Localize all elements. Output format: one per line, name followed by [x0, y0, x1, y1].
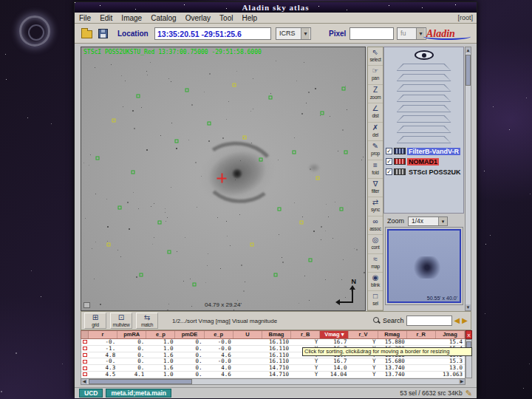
plane-checkbox[interactable]: ✓ — [386, 148, 392, 154]
column-header-r[interactable]: r — [89, 331, 117, 338]
tool-sync-button[interactable]: ⇄sync — [368, 197, 383, 216]
column-header-e_p[interactable]: e_p — [205, 331, 233, 338]
plane-checkbox[interactable]: ✓ — [386, 158, 392, 165]
catalog-source-marker[interactable] — [131, 171, 134, 174]
row-select-box[interactable] — [81, 358, 89, 364]
save-icon[interactable] — [98, 29, 108, 38]
tool-blink-button[interactable]: ◉blink — [368, 273, 383, 291]
hscroll-thumb[interactable] — [89, 379, 192, 384]
location-input[interactable] — [154, 27, 271, 40]
catalog-source-marker[interactable] — [259, 158, 262, 162]
stack-scrollbar[interactable]: ▲ ▼ — [465, 47, 471, 311]
row-select-box[interactable] — [81, 346, 89, 352]
tool-del-button[interactable]: ✗del — [368, 123, 383, 141]
catalog-source-marker[interactable] — [232, 83, 236, 86]
menu-edit[interactable]: Edit — [95, 14, 117, 22]
menu-tool[interactable]: Tool — [215, 14, 237, 22]
catalog-source-marker[interactable] — [112, 119, 115, 123]
tool-cont-button[interactable]: ◎cont — [368, 235, 383, 253]
catalog-source-marker[interactable] — [140, 273, 143, 277]
scroll-left-icon[interactable]: ◀ — [81, 379, 87, 384]
row-select-box[interactable] — [81, 352, 89, 358]
column-header-e_p[interactable]: e_p — [146, 331, 175, 338]
pixel-input[interactable] — [349, 27, 394, 40]
tool-prop-button[interactable]: ✎prop — [368, 141, 383, 160]
tool-filter-button[interactable]: ∇filter — [368, 179, 383, 197]
catalog-source-marker[interactable] — [136, 94, 140, 98]
tool-dist-button[interactable]: ∠dist — [368, 103, 383, 122]
zoom-select[interactable]: 1/4x — [408, 216, 448, 226]
column-header-Jmag[interactable]: Jmag — [436, 331, 465, 338]
catalog-source-marker[interactable] — [321, 112, 324, 115]
menu-file[interactable]: File — [75, 14, 95, 22]
menu-image[interactable]: Image — [117, 14, 146, 22]
close-table-button[interactable]: x — [466, 330, 472, 339]
plane-row-catalog[interactable]: ✓NOMAD1 — [384, 157, 463, 166]
search-prev-icon[interactable]: ◀ — [454, 316, 460, 326]
catalog-source-marker[interactable] — [106, 242, 110, 246]
catalog-source-marker[interactable] — [342, 86, 346, 90]
pencil-icon[interactable]: ✎ — [466, 389, 472, 398]
catalog-source-marker[interactable] — [309, 259, 313, 262]
catalog-source-marker[interactable] — [273, 273, 277, 277]
row-select-box[interactable] — [81, 365, 89, 371]
scroll-thumb[interactable] — [466, 55, 471, 86]
table-row[interactable]: 4.54.11.00.4.614.710Y14.04Y13.74013.063 — [81, 372, 465, 378]
scroll-up-icon[interactable]: ▲ — [466, 47, 471, 53]
row-select-box[interactable] — [81, 339, 89, 345]
column-header-pmDE[interactable]: pmDE — [175, 331, 204, 338]
catalog-source-marker[interactable] — [208, 121, 211, 125]
window-titlebar[interactable]: Aladin sky atlas — [75, 2, 477, 13]
column-header-pmRA[interactable]: pmRA — [117, 331, 146, 338]
tool-sel-button[interactable]: □sel — [368, 291, 383, 310]
catalog-source-marker[interactable] — [158, 220, 162, 224]
zoom-thumbnail-image[interactable]: 50.55' x 40.0' — [387, 229, 461, 303]
plane-checkbox[interactable]: ✓ — [386, 168, 392, 175]
column-header-Vmag[interactable]: Vmag ▾ — [320, 331, 349, 338]
frame-select[interactable]: ICRS — [276, 27, 311, 40]
catalog-source-marker[interactable] — [268, 95, 272, 99]
catalog-source-marker[interactable] — [242, 136, 246, 140]
column-header-U[interactable]: U — [233, 331, 262, 338]
catalog-source-marker[interactable] — [278, 207, 282, 211]
table-row[interactable]: -0.0.1.00.-0.016.110Y16.7Y15.88015.4 — [81, 339, 465, 346]
tool-map-button[interactable]: ≈map — [368, 254, 383, 273]
sky-view-canvas[interactable]: STScI POSS2UKSTU_Red 13:37:00.75000 -29:… — [81, 47, 366, 311]
view-corner-handle[interactable] — [83, 302, 90, 308]
catalog-source-marker[interactable] — [344, 151, 348, 154]
search-next-icon[interactable]: ▶ — [462, 316, 468, 326]
column-header-r_B[interactable]: r_B — [291, 331, 320, 338]
plane-row-filter[interactable]: ✓FilterB-VandV-R — [384, 146, 463, 156]
catalog-source-marker[interactable] — [117, 205, 121, 209]
tool-fold-button[interactable]: ≡fold — [368, 160, 383, 179]
catalog-source-marker[interactable] — [316, 176, 320, 180]
grid-toggle-button[interactable]: ⊞grid — [84, 313, 106, 329]
table-hscrollbar[interactable]: ◀ ▶ — [81, 378, 466, 385]
open-file-icon[interactable] — [81, 30, 92, 38]
multview-toggle-button[interactable]: ⊡multview — [110, 313, 132, 329]
column-header-r_R[interactable]: r_R — [407, 331, 436, 338]
column-header-Rmag[interactable]: Rmag — [378, 331, 407, 338]
catalog-source-marker[interactable] — [193, 283, 197, 287]
catalog-source-marker[interactable] — [250, 242, 253, 246]
catalog-source-marker[interactable] — [340, 207, 344, 211]
table-row[interactable]: 4.30.1.60.4.014.710Y14.0Y13.74013.0 — [81, 365, 465, 372]
tool-pan-button[interactable]: ☞pan — [368, 66, 383, 84]
scroll-down-icon[interactable]: ▼ — [466, 304, 471, 310]
match-toggle-button[interactable]: ⇆match — [136, 313, 158, 329]
plane-row-image[interactable]: ✓STScI POSS2UK — [384, 167, 463, 177]
tool-assoc-button[interactable]: ∞assoc — [368, 216, 383, 235]
catalog-source-marker[interactable] — [95, 157, 99, 160]
scroll-right-icon[interactable]: ▶ — [459, 379, 465, 384]
pixel-mode-select[interactable]: fu — [397, 27, 426, 40]
column-header-r_V[interactable]: r_V — [349, 331, 378, 338]
row-select-box[interactable] — [81, 372, 89, 378]
catalog-source-marker[interactable] — [293, 151, 296, 154]
column-header-Bmag[interactable]: Bmag — [262, 331, 291, 338]
menu-catalog[interactable]: Catalog — [146, 14, 180, 22]
table-row[interactable]: -0.0.1.00.-0.016.110Y16.7Y15.68015.3 — [81, 358, 465, 365]
catalog-source-marker[interactable] — [168, 250, 171, 253]
table-scrollbar[interactable] — [466, 339, 472, 378]
menu-overlay[interactable]: Overlay — [181, 14, 215, 22]
search-input[interactable] — [406, 316, 452, 326]
